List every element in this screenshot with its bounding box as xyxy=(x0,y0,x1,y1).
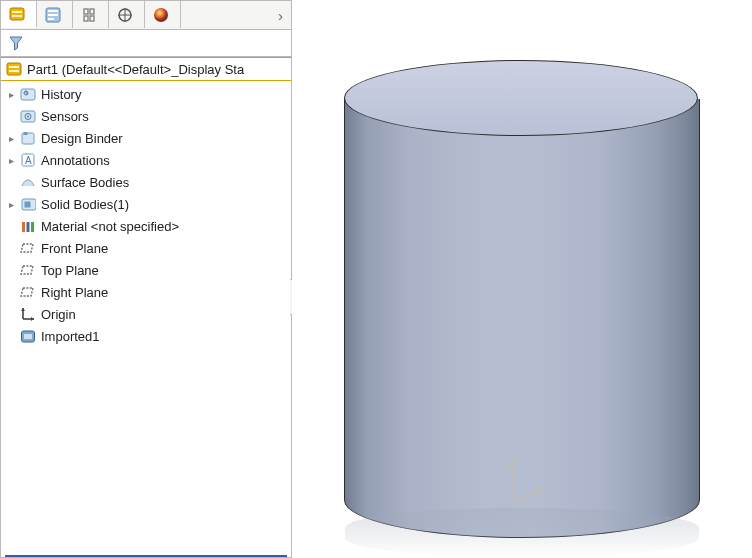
tree-node-imported[interactable]: Imported1 xyxy=(1,325,291,347)
svg-rect-5 xyxy=(48,14,58,16)
part-icon xyxy=(5,61,23,77)
tree-node-label: History xyxy=(41,87,81,102)
graphics-viewport[interactable]: ✶ xyxy=(292,0,752,558)
imported-icon xyxy=(19,328,37,344)
svg-rect-1 xyxy=(12,11,22,13)
svg-text:✶: ✶ xyxy=(520,499,527,506)
view-triad[interactable]: ✶ xyxy=(500,456,544,506)
svg-rect-0 xyxy=(10,8,24,20)
svg-rect-11 xyxy=(7,63,21,75)
tree-node-label: Solid Bodies(1) xyxy=(41,197,129,212)
sensors-icon xyxy=(19,108,37,124)
tree-node-solid[interactable]: ▸Solid Bodies(1) xyxy=(1,193,291,215)
svg-rect-20 xyxy=(24,132,28,135)
expand-icon[interactable]: ▸ xyxy=(9,133,19,144)
feature-tree[interactable]: ▸HistorySensors▸Design Binder▸AAnnotatio… xyxy=(1,81,291,551)
cylinder-side-face[interactable] xyxy=(344,99,700,499)
svg-point-18 xyxy=(27,116,29,118)
svg-rect-31 xyxy=(24,334,32,339)
svg-rect-12 xyxy=(9,66,19,68)
expand-icon[interactable]: ▸ xyxy=(9,89,19,100)
feature-tree-filter-row xyxy=(1,30,291,57)
tree-node-label: Imported1 xyxy=(41,329,100,344)
cylinder-top-face[interactable] xyxy=(344,60,698,136)
tree-node-label: Design Binder xyxy=(41,131,123,146)
tree-node-origin[interactable]: Origin xyxy=(1,303,291,325)
tree-node-label: Surface Bodies xyxy=(41,175,129,190)
tab-overflow-button[interactable]: › xyxy=(181,1,291,29)
tab-feature-manager[interactable] xyxy=(1,1,37,28)
svg-rect-6 xyxy=(48,18,54,20)
tree-node-annotations[interactable]: ▸AAnnotations xyxy=(1,149,291,171)
plane-icon xyxy=(19,284,37,300)
tree-node-label: Annotations xyxy=(41,153,110,168)
svg-rect-27 xyxy=(31,222,34,232)
plane-icon xyxy=(19,262,37,278)
app-frame: › Part1 (Default<<Default>_Display Sta ▸… xyxy=(0,0,752,558)
filter-icon[interactable] xyxy=(7,35,25,51)
tree-node-label: Right Plane xyxy=(41,285,108,300)
model-reflection xyxy=(345,508,699,558)
origin-icon xyxy=(19,306,37,322)
svg-rect-26 xyxy=(27,222,30,232)
root-label: Part1 (Default<<Default>_Display Sta xyxy=(27,62,244,77)
surface-icon xyxy=(19,174,37,190)
tree-node-sensors[interactable]: Sensors xyxy=(1,105,291,127)
svg-rect-4 xyxy=(48,10,58,12)
svg-rect-13 xyxy=(9,70,19,72)
svg-text:A: A xyxy=(25,155,32,166)
feature-tree-root[interactable]: Part1 (Default<<Default>_Display Sta xyxy=(1,57,291,81)
tab-property-manager[interactable] xyxy=(37,1,73,28)
tree-node-label: Origin xyxy=(41,307,76,322)
tab-configuration-manager[interactable] xyxy=(73,1,109,28)
feature-tree-endbar xyxy=(5,555,287,557)
chevron-right-icon: › xyxy=(278,7,283,24)
svg-rect-25 xyxy=(22,222,25,232)
expand-icon[interactable]: ▸ xyxy=(9,155,19,166)
history-icon xyxy=(19,86,37,102)
tree-node-label: Front Plane xyxy=(41,241,108,256)
display-manager-icon xyxy=(152,7,170,23)
dimxpert-icon xyxy=(116,7,134,23)
plane-icon xyxy=(19,240,37,256)
tree-node-label: Material <not specified> xyxy=(41,219,179,234)
feature-manager-panel: › Part1 (Default<<Default>_Display Sta ▸… xyxy=(0,0,292,558)
svg-rect-2 xyxy=(12,15,22,17)
tree-node-material[interactable]: Material <not specified> xyxy=(1,215,291,237)
tree-node-label: Sensors xyxy=(41,109,89,124)
feature-manager-tab-strip: › xyxy=(1,1,291,30)
tree-node-plane[interactable]: Front Plane xyxy=(1,237,291,259)
expand-icon[interactable]: ▸ xyxy=(9,199,19,210)
tree-node-history[interactable]: ▸History xyxy=(1,83,291,105)
tree-node-surface[interactable]: Surface Bodies xyxy=(1,171,291,193)
tab-display-manager[interactable] xyxy=(145,1,181,28)
tab-dimxpert-manager[interactable] xyxy=(109,1,145,28)
feature-manager-icon xyxy=(8,6,26,22)
material-icon xyxy=(19,218,37,234)
svg-point-34 xyxy=(511,501,514,504)
annotations-icon: A xyxy=(19,152,37,168)
configuration-manager-icon xyxy=(80,7,98,23)
tree-node-plane[interactable]: Top Plane xyxy=(1,259,291,281)
binder-icon xyxy=(19,130,37,146)
property-manager-icon xyxy=(44,7,62,23)
svg-point-10 xyxy=(154,8,168,22)
svg-rect-24 xyxy=(25,202,31,208)
tree-node-binder[interactable]: ▸Design Binder xyxy=(1,127,291,149)
tree-node-plane[interactable]: Right Plane xyxy=(1,281,291,303)
solid-icon xyxy=(19,196,37,212)
tree-node-label: Top Plane xyxy=(41,263,99,278)
